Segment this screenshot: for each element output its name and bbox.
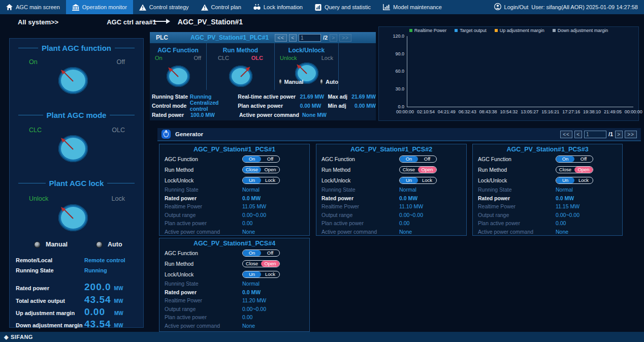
plc-header: PLC AGC_PV_Station#1_PLC#1 << < /2 > >> — [150, 32, 376, 43]
user-info: User: sifang(All AOR) 2025-01-09 14:27:5… — [531, 4, 638, 10]
realtime-power-value: 11.10 MW — [399, 203, 423, 209]
plc-agc-off-label: Off — [194, 55, 201, 61]
run-method-toggle[interactable]: CloseOpen — [556, 166, 593, 173]
plc-panel: PLC AGC_PV_Station#1_PLC#1 << < /2 > >> … — [150, 32, 376, 120]
output-range-value: 0.00~0.00 — [242, 212, 266, 218]
plant-manual-radio[interactable] — [34, 241, 41, 248]
pcs-card-1: AGC_PV_Station#1_PCS#1 AGC Function OnOf… — [159, 144, 310, 236]
plan-active-power-value: 0.00 — [242, 220, 252, 226]
gen-page-total: /1 — [608, 131, 613, 137]
chart-plot-area — [407, 36, 633, 107]
plc-next-page-button[interactable]: > — [330, 34, 337, 42]
nav-agc-main-screen[interactable]: AGC main screen — [0, 0, 66, 14]
pcs-card-title: AGC_PV_Station#1_PCS#3 — [473, 146, 622, 153]
nav-query-and-statistic[interactable]: Query and statistic — [309, 0, 377, 14]
plant-agc-lock-knob[interactable] — [58, 204, 88, 231]
realtime-power-value: 11.20 MW — [242, 297, 266, 303]
plc-manual-label: Manual — [284, 79, 304, 85]
lock-unlock-toggle[interactable]: UnLock — [556, 177, 593, 184]
power-trend-chart: Realtime Power Target output Up adjustme… — [378, 26, 639, 121]
bar-chart-icon — [383, 4, 390, 10]
plant-agc-mode-knob[interactable] — [58, 135, 88, 162]
binoculars-icon — [253, 4, 261, 10]
document-chart-icon — [315, 4, 321, 11]
gen-last-page-button[interactable]: >> — [625, 131, 637, 138]
pcs-card-title: AGC_PV_Station#1_PCS#2 — [316, 146, 466, 153]
warning-triangle-icon — [139, 4, 146, 11]
plc-manual-radio[interactable] — [279, 79, 282, 85]
legend-swatch-down-margin — [553, 29, 556, 32]
nav-lock-infomation[interactable]: Lock infomation — [247, 0, 309, 14]
user-icon — [494, 3, 501, 11]
output-range-value: 0.00~0.00 — [556, 212, 579, 218]
plc-auto-radio[interactable] — [320, 79, 323, 85]
gen-prev-page-button[interactable]: < — [574, 131, 582, 138]
home-icon — [6, 4, 13, 10]
plant-function-on-label: On — [29, 58, 38, 66]
run-method-toggle[interactable]: CloseOpen — [242, 166, 280, 173]
diamond-logo-icon: ◈ — [4, 334, 9, 340]
plant-lock-lock-label: Lock — [112, 195, 125, 202]
breadcrumb-all-system[interactable]: All system>> — [18, 18, 58, 26]
plan-active-power-value: 0.00 — [556, 220, 566, 226]
plc-prev-page-button[interactable]: < — [289, 34, 297, 42]
plc-page-total: /2 — [323, 35, 328, 41]
agc-function-toggle[interactable]: OnOff — [242, 156, 280, 163]
plc-auto-label: Auto — [326, 79, 338, 85]
nav-control-strategy[interactable]: Control strategy — [133, 0, 195, 14]
run-method-toggle[interactable]: CloseOpen — [242, 260, 280, 267]
agc-function-toggle[interactable]: OnOff — [399, 156, 437, 163]
running-state-value: Normal — [242, 281, 260, 287]
generator-bar: Generator << < /1 > >> — [157, 128, 641, 141]
plant-agc-function-header: Plant AGC function — [15, 44, 138, 52]
lock-unlock-toggle[interactable]: UnLock — [399, 177, 437, 184]
nav-operation-monitor[interactable]: Operation monitor — [66, 0, 133, 14]
agc-function-toggle[interactable]: OnOff — [556, 156, 593, 163]
rated-power-value: 0.0 MW — [556, 195, 574, 201]
plc-data-row: Rated power100.0 MW Active power command… — [152, 110, 376, 119]
output-range-value: 0.00~0.00 — [242, 306, 266, 312]
pcs-card-title: AGC_PV_Station#1_PCS#4 — [159, 240, 309, 247]
plant-agc-function-knob[interactable] — [58, 67, 88, 94]
up-adjustment-margin-row: Up adjustment margin 0.00 MW — [16, 306, 140, 318]
plc-name: AGC_PV_Station#1_PLC#1 — [190, 34, 269, 41]
plant-agc-mode-header: Plant AGC mode — [15, 111, 138, 119]
plant-auto-radio[interactable] — [96, 241, 103, 248]
running-state-row: Running State Running — [16, 267, 139, 273]
plc-page-input[interactable] — [299, 34, 321, 42]
agc-operation-monitor-screen: AGC main screen Operation monitor Contro… — [0, 0, 644, 342]
plc-unlock-label: Unlock — [280, 55, 297, 61]
agc-function-toggle[interactable]: OnOff — [242, 250, 280, 257]
rated-power-value: 0.0 MW — [242, 289, 261, 295]
output-range-value: 0.00~0.00 — [399, 212, 423, 218]
nav-control-plan[interactable]: Control plan — [195, 0, 247, 14]
y-tick: 90.0 — [381, 51, 404, 56]
login-out-link[interactable]: Login/Out — [504, 4, 529, 10]
pcs-card-4: AGC_PV_Station#1_PCS#4 AGC Function OnOf… — [159, 238, 310, 332]
running-state-value: Normal — [242, 186, 260, 193]
active-power-command-value: None — [399, 229, 412, 235]
remote-local-row: Remote/Local Remote control — [16, 257, 139, 263]
rated-power-value: 0.0 MW — [242, 195, 261, 201]
plc-run-clc-label: CLC — [218, 55, 229, 61]
total-active-output-row: Total active output 43.54 MW — [16, 294, 140, 305]
remote-local-value: Remote control — [84, 257, 125, 263]
breadcrumb-area[interactable]: AGC ctrl area#1 — [107, 18, 156, 26]
plc-last-page-button[interactable]: >> — [339, 34, 351, 42]
lock-unlock-toggle[interactable]: UnLock — [242, 271, 280, 278]
active-power-command-value: None — [242, 229, 255, 235]
plc-run-method-knob[interactable] — [229, 66, 252, 87]
plant-auto-label: Auto — [108, 241, 122, 248]
gen-page-input[interactable] — [584, 131, 606, 138]
breadcrumb-arrow-icon — [153, 21, 167, 22]
plc-agc-function-knob[interactable] — [167, 66, 190, 87]
gen-first-page-button[interactable]: << — [560, 131, 572, 138]
run-method-toggle[interactable]: CloseOpen — [399, 166, 437, 173]
nav-model-maintenance[interactable]: Model maintenance — [377, 0, 448, 14]
plc-first-page-button[interactable]: << — [275, 34, 287, 42]
active-power-command-value: None — [242, 323, 255, 329]
generator-pager: << < /1 > >> — [560, 131, 637, 138]
sifang-logo: ◈ SIFANG — [4, 334, 33, 340]
gen-next-page-button[interactable]: > — [615, 131, 623, 138]
lock-unlock-toggle[interactable]: UnLock — [242, 177, 280, 184]
